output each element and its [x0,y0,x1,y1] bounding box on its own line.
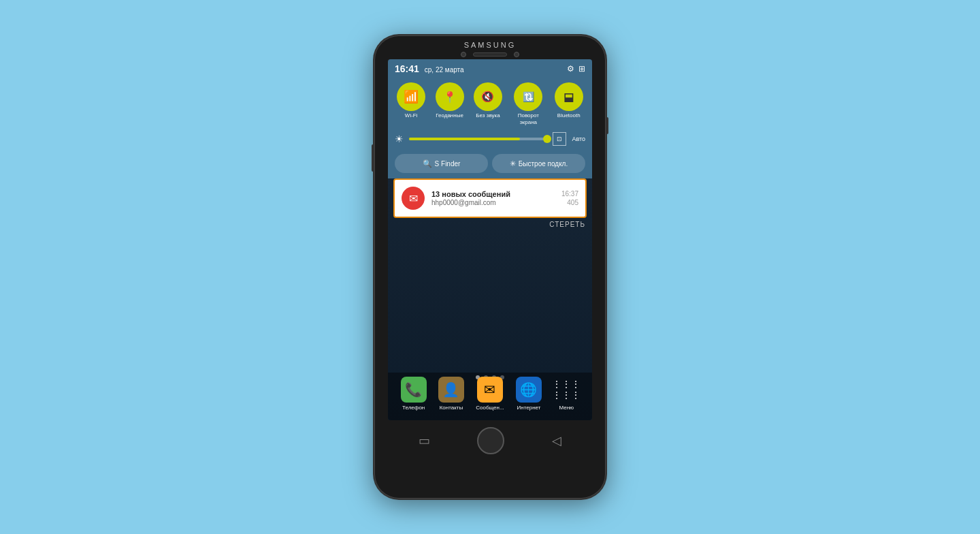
contacts-app-label: Контакты [440,405,463,411]
sfinder-label: S Finder [435,160,461,168]
bluetooth-label: Bluetooth [557,112,581,119]
dock-phone[interactable]: 📞 Телефон [401,377,427,411]
quickconnect-icon: ✳ [510,159,516,168]
settings-icon[interactable]: ⚙ [567,64,574,74]
speaker-grille [473,52,507,57]
phone-device: SAMSUNG 16:41 ср, 22 марта ⚙ ⊞ [374,35,606,499]
sound-icon-circle: 🔇 [474,82,502,111]
brightness-thumb [543,135,551,143]
home-button[interactable] [477,427,504,454]
rotate-label: Поворот экрана [512,112,544,125]
dock-messages[interactable]: ✉ Сообщен... [476,377,504,411]
internet-app-icon: 🌐 [516,377,542,403]
bluetooth-icon-circle: ⬓ [555,82,583,111]
location-icon: 📍 [443,91,457,104]
notification-content: 13 новых сообщений hhp0000@gmail.com [431,190,555,206]
brightness-fill [409,138,520,140]
notification-count: 405 [567,199,578,206]
location-toggle[interactable]: 📍 Геоданные [436,82,464,125]
nav-bar: ▭ ◁ [374,420,606,461]
wifi-icon-circle: 📶 [397,82,425,111]
location-label: Геоданные [436,112,463,119]
finder-row: 🔍 S Finder ✳ Быстрое подкл. [388,150,592,178]
messages-app-icon: ✉ [477,377,503,403]
auto-label: Авто [572,136,585,142]
status-time: 16:41 [395,63,419,74]
grid-icon[interactable]: ⊞ [578,64,585,74]
dock-internet[interactable]: 🌐 Интернет [516,377,542,411]
clear-button[interactable]: СТЕРЕТЬ [549,221,585,228]
contacts-app-icon: 👤 [438,377,464,403]
dock-contacts[interactable]: 👤 Контакты [438,377,464,411]
phone-app-icon: 📞 [401,377,427,403]
status-icons: ⚙ ⊞ [567,64,585,74]
phone-screen: 16:41 ср, 22 марта ⚙ ⊞ 📶 Wi-Fi [388,59,592,420]
rotate-toggle[interactable]: 🔃 Поворот экрана [512,82,544,125]
rotate-icon: 🔃 [523,91,534,102]
sfinder-button[interactable]: 🔍 S Finder [395,154,488,173]
brightness-row: ☀ ⊡ Авто [388,128,592,150]
back-button[interactable]: ◁ [552,433,561,448]
quickconnect-button[interactable]: ✳ Быстрое подкл. [492,154,585,173]
rotate-icon-circle: 🔃 [514,82,542,111]
brand-logo: SAMSUNG [464,41,517,49]
internet-app-label: Интернет [517,405,540,411]
speaker-area [461,52,519,57]
dock-menu[interactable]: ⋮⋮⋮⋮⋮⋮ Меню [553,377,579,411]
notification-panel: 16:41 ср, 22 марта ⚙ ⊞ 📶 Wi-Fi [388,59,592,231]
phone-top: SAMSUNG [374,35,606,59]
brightness-slider[interactable] [409,138,547,140]
mail-icon: ✉ [409,192,418,205]
brightness-low-icon: ☀ [395,134,404,144]
quickconnect-label: Быстрое подкл. [519,160,568,168]
notification-title: 13 новых сообщений [431,190,555,198]
menu-app-label: Меню [559,405,574,411]
notification-card[interactable]: ✉ 13 новых сообщений hhp0000@gmail.com 1… [393,178,587,218]
front-camera [461,52,466,57]
volume-button[interactable] [372,144,374,172]
messages-app-label: Сообщен... [476,405,504,411]
wifi-label: Wi-Fi [405,112,418,119]
status-date: ср, 22 марта [425,66,464,74]
wifi-icon: 📶 [404,89,419,104]
sound-label: Без звука [476,112,500,119]
sensor [514,52,519,57]
location-icon-circle: 📍 [436,82,464,111]
wifi-toggle[interactable]: 📶 Wi-Fi [397,82,425,125]
gmail-icon: ✉ [402,187,425,210]
clear-row: СТЕРЕТЬ [388,218,592,231]
phone-app-label: Телефон [402,405,425,411]
notification-subtitle: hhp0000@gmail.com [431,199,555,206]
auto-brightness-toggle[interactable]: ⊡ [553,132,566,146]
bluetooth-toggle[interactable]: ⬓ Bluetooth [555,82,583,125]
notification-time: 16:37 [561,190,578,198]
sound-toggle[interactable]: 🔇 Без звука [474,82,502,125]
auto-icon: ⊡ [557,136,562,142]
quick-settings-row: 📶 Wi-Fi 📍 Геоданные 🔇 Без звука [388,77,592,128]
status-bar: 16:41 ср, 22 марта ⚙ ⊞ [388,59,592,77]
mute-icon: 🔇 [481,91,494,103]
sfinder-icon: 🔍 [423,159,432,168]
notification-meta: 16:37 405 [561,190,578,206]
menu-app-icon: ⋮⋮⋮⋮⋮⋮ [553,377,579,403]
recents-button[interactable]: ▭ [419,433,430,448]
bluetooth-icon: ⬓ [564,91,574,104]
app-dock: 📞 Телефон 👤 Контакты ✉ Сообщен... 🌐 Инте… [388,373,592,420]
power-button[interactable] [606,117,608,134]
